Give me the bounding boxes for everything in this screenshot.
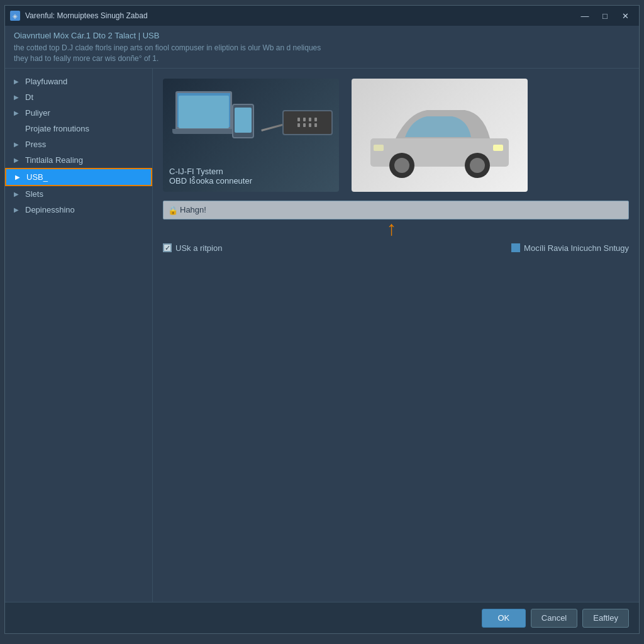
image-row: C-IJ-FI Tystern OBD Is̊ooka conneuter [163, 79, 629, 192]
laptop-screen [175, 91, 232, 129]
device-label: C-IJ-FI Tystern OBD Is̊ooka conneuter [169, 167, 252, 186]
laptop-base [172, 129, 235, 134]
sidebar-item-usb[interactable]: ▶ USB_ [5, 168, 152, 186]
device-image: C-IJ-FI Tystern OBD Is̊ooka conneuter [163, 79, 339, 192]
sidebar-item-label: USB_ [26, 172, 48, 182]
sidebar-item-label: Playfuwand [25, 77, 67, 86]
expand-arrow-icon: ▶ [14, 206, 23, 213]
connector-ports [297, 118, 318, 127]
phone-icon [232, 104, 254, 138]
window-title: Varenful: Mornuiptees Sinugh Zabad [25, 11, 576, 20]
options-row: USk a ritpion Mocíli Ravia Inicuchn Sntu… [163, 243, 629, 253]
expand-arrow-icon: ▶ [14, 141, 23, 148]
sidebar-item-label: Tintlaila Realing [25, 155, 83, 165]
maximize-button[interactable]: □ [596, 9, 614, 23]
checkbox-group: USk a ritpion [163, 243, 222, 253]
sidebar-item-label: Dt [25, 92, 33, 102]
header-desc-line2: they had to feally more car wis donñe° o… [14, 53, 630, 64]
svg-point-2 [394, 158, 409, 173]
port-3 [309, 118, 311, 121]
svg-rect-5 [493, 145, 503, 151]
window-controls: — □ ✕ [576, 9, 634, 23]
expand-arrow-icon: ▶ [15, 174, 24, 180]
expand-arrow-icon: ▶ [14, 191, 23, 197]
use-checkbox[interactable] [163, 243, 172, 252]
main-window: ◈ Varenful: Mornuiptees Sinugh Zabad — □… [4, 5, 640, 634]
sidebar-item-label: Depinesshino [25, 205, 75, 214]
svg-rect-6 [374, 145, 384, 151]
sidebar: ▶ Playfuwand ▶ Dt ▶ Puliyer ▶ Projate fr… [5, 69, 153, 602]
sidebar-item-dt[interactable]: ▶ Dt [5, 89, 152, 105]
expand-arrow-icon: ▶ [14, 157, 23, 164]
ok-button[interactable]: OK [482, 609, 526, 628]
port-7 [309, 123, 311, 127]
header-desc-line1: the cotted top D.J clade ftorls inep art… [14, 43, 630, 53]
phone-screen [235, 108, 252, 133]
port-1 [297, 118, 300, 121]
sidebar-item-tintlaila[interactable]: ▶ Tintlaila Realing [5, 152, 152, 168]
input-wrapper: 🔒 [163, 201, 629, 219]
sidebar-item-label: Projate fronutions [25, 124, 89, 133]
sidebar-item-label: Puliyer [25, 108, 50, 118]
main-content: ▶ Playfuwand ▶ Dt ▶ Puliyer ▶ Projate fr… [5, 69, 639, 602]
device-label-line1: C-IJ-FI Tystern [169, 167, 252, 176]
sidebar-item-label: Slets [25, 189, 43, 199]
laptop-icon [175, 91, 235, 134]
bottom-bar: OK Cancel Eaftley [5, 602, 639, 633]
device-label-line2: OBD Is̊ooka conneuter [169, 176, 252, 186]
port-8 [314, 123, 317, 127]
title-bar: ◈ Varenful: Mornuiptees Sinugh Zabad — □… [5, 6, 639, 26]
sidebar-item-depinesshino[interactable]: ▶ Depinesshino [5, 202, 152, 218]
port-5 [297, 123, 300, 127]
sidebar-item-slets[interactable]: ▶ Slets [5, 186, 152, 202]
input-section: 🔒 ↑ [163, 201, 629, 219]
content-area: C-IJ-FI Tystern OBD Is̊ooka conneuter [153, 69, 639, 602]
expand-arrow-icon: ▶ [14, 78, 23, 85]
port-6 [303, 123, 306, 127]
extra-button[interactable]: Eaftley [582, 609, 629, 628]
app-icon: ◈ [10, 11, 20, 21]
cancel-button[interactable]: Cancel [531, 609, 577, 628]
phone-body [232, 104, 254, 138]
port-2 [303, 118, 306, 121]
close-button[interactable]: ✕ [616, 9, 634, 23]
orange-arrow-icon: ↑ [387, 218, 397, 238]
obd-connector-icon [282, 110, 333, 135]
radio-label: Mocíli Ravia Inicuchn Sntugy [524, 243, 629, 253]
port-4 [314, 118, 317, 121]
sidebar-item-press[interactable]: ▶ Press [5, 136, 152, 152]
main-input[interactable] [163, 201, 629, 219]
input-row: 🔒 [163, 201, 629, 219]
sidebar-item-label: Press [25, 140, 46, 149]
checkbox-label: USk a ritpion [175, 243, 222, 253]
radio-button[interactable] [511, 243, 520, 252]
minimize-button[interactable]: — [576, 9, 594, 23]
sidebar-item-playfuwand[interactable]: ▶ Playfuwand [5, 74, 152, 89]
car-svg [364, 91, 515, 179]
car-image [352, 79, 528, 192]
radio-group: Mocíli Ravia Inicuchn Sntugy [511, 243, 629, 253]
expand-arrow-icon: ▶ [14, 94, 23, 101]
header-title: Oiavnrtuel Móx Cár.1 Dto 2 Talact | USB [14, 31, 630, 40]
expand-arrow-icon: ▶ [14, 109, 23, 116]
svg-point-4 [470, 158, 485, 173]
header-section: Oiavnrtuel Móx Cár.1 Dto 2 Talact | USB … [5, 26, 639, 69]
lock-icon: 🔒 [168, 205, 178, 214]
arrow-indicator: ↑ [387, 218, 397, 238]
sidebar-item-projate[interactable]: ▶ Projate fronutions [5, 121, 152, 136]
sidebar-item-puliyer[interactable]: ▶ Puliyer [5, 105, 152, 121]
